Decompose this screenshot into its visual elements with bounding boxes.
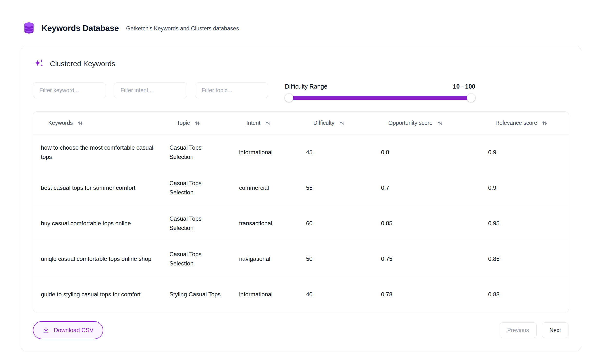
cell-difficulty: 40 [298,277,373,312]
page-subtitle: Getketch's Keywords and Clusters databas… [126,24,239,32]
column-label-relevance-score: Relevance score [495,120,537,126]
cell-intent: transactional [231,206,298,241]
table-row: guide to styling casual tops for comfort… [33,277,569,312]
cell-difficulty: 60 [298,206,373,241]
sort-icon[interactable] [541,120,548,126]
cell-relevance-score: 0.9 [480,170,569,206]
column-label-intent: Intent [246,120,261,126]
cell-relevance-score: 0.9 [480,135,569,170]
cell-intent: informational [231,277,298,312]
column-header-topic[interactable]: Topic [162,112,231,135]
sparkle-icon [34,59,44,69]
keywords-table: KeywordsTopicIntentDifficultyOpportunity… [33,112,569,312]
filter-topic-input[interactable] [195,82,268,98]
clustered-keywords-card: Clustered Keywords Difficulty Range 10 -… [21,46,581,351]
column-header-inner: Relevance score [495,120,548,126]
sort-icon[interactable] [194,120,201,126]
cell-keywords: best casual tops for summer comfort [33,170,162,206]
controls-row: Difficulty Range 10 - 100 [33,82,569,102]
slider-track[interactable] [285,96,475,100]
next-button[interactable]: Next [542,322,568,338]
difficulty-range-group: Difficulty Range 10 - 100 [285,82,475,102]
filter-keyword-input[interactable] [33,82,106,98]
cell-keywords: how to choose the most comfortable casua… [33,135,162,170]
cell-topic: Casual Tops Selection [162,206,231,241]
difficulty-range-labels: Difficulty Range 10 - 100 [285,83,475,90]
app-header: Keywords Database Getketch's Keywords an… [23,21,581,35]
download-icon [43,327,49,334]
cell-keywords: guide to styling casual tops for comfort [33,277,162,312]
column-header-inner: Intent [246,120,271,126]
table-body: how to choose the most comfortable casua… [33,135,569,312]
difficulty-max-handle[interactable] [467,94,475,102]
cell-difficulty: 45 [298,135,373,170]
cell-opportunity-score: 0.7 [373,170,480,206]
cell-opportunity-score: 0.8 [373,135,480,170]
card-title-row: Clustered Keywords [34,59,569,69]
table-container: KeywordsTopicIntentDifficultyOpportunity… [33,111,569,312]
cell-difficulty: 55 [298,170,373,206]
difficulty-min-handle[interactable] [285,94,293,102]
cell-relevance-score: 0.85 [480,241,569,277]
cell-difficulty: 50 [298,241,373,277]
cell-relevance-score: 0.95 [480,206,569,241]
cell-opportunity-score: 0.78 [373,277,480,312]
difficulty-range-value: 10 - 100 [453,83,475,90]
page: Keywords Database Getketch's Keywords an… [0,0,596,351]
column-header-inner: Topic [177,120,201,126]
page-title: Keywords Database [41,23,119,33]
sort-icon[interactable] [437,120,443,126]
column-header-intent[interactable]: Intent [231,112,298,135]
sort-icon[interactable] [265,120,271,126]
column-header-keywords[interactable]: Keywords [33,112,162,135]
column-label-opportunity-score: Opportunity score [388,120,433,126]
column-label-keywords: Keywords [48,120,73,126]
cell-relevance-score: 0.88 [480,277,569,312]
table-row: how to choose the most comfortable casua… [33,135,569,170]
cell-intent: informational [231,135,298,170]
column-header-opportunity-score[interactable]: Opportunity score [373,112,480,135]
table-row: uniqlo casual comfortable tops online sh… [33,241,569,277]
cell-topic: Casual Tops Selection [162,170,231,206]
table-head: KeywordsTopicIntentDifficultyOpportunity… [33,112,569,135]
cell-opportunity-score: 0.85 [373,206,480,241]
column-header-inner: Difficulty [313,120,345,126]
card-title: Clustered Keywords [50,60,115,68]
difficulty-range-slider[interactable] [285,93,475,102]
difficulty-range-label: Difficulty Range [285,83,327,90]
cell-keywords: uniqlo casual comfortable tops online sh… [33,241,162,277]
column-header-inner: Keywords [48,120,84,126]
download-csv-label: Download CSV [54,327,93,334]
cell-opportunity-score: 0.75 [373,241,480,277]
table-row: best casual tops for summer comfortCasua… [33,170,569,206]
column-header-inner: Opportunity score [388,120,443,126]
cell-keywords: buy casual comfortable tops online [33,206,162,241]
cell-intent: navigational [231,241,298,277]
filter-intent-input[interactable] [114,82,187,98]
column-header-relevance-score[interactable]: Relevance score [480,112,569,135]
column-header-difficulty[interactable]: Difficulty [298,112,373,135]
table-row: buy casual comfortable tops onlineCasual… [33,206,569,241]
database-icon [23,21,35,35]
cell-intent: commercial [231,170,298,206]
table-header-row: KeywordsTopicIntentDifficultyOpportunity… [33,112,569,135]
pagination: Previous Next [500,322,568,338]
sort-icon[interactable] [77,120,84,126]
column-label-topic: Topic [177,120,190,126]
column-label-difficulty: Difficulty [313,120,335,126]
previous-button[interactable]: Previous [500,322,536,338]
card-footer: Download CSV Previous Next [33,321,569,339]
cell-topic: Casual Tops Selection [162,241,231,277]
sort-icon[interactable] [339,120,345,126]
cell-topic: Casual Tops Selection [162,135,231,170]
download-csv-button[interactable]: Download CSV [33,321,103,339]
cell-topic: Styling Casual Tops [162,277,231,312]
